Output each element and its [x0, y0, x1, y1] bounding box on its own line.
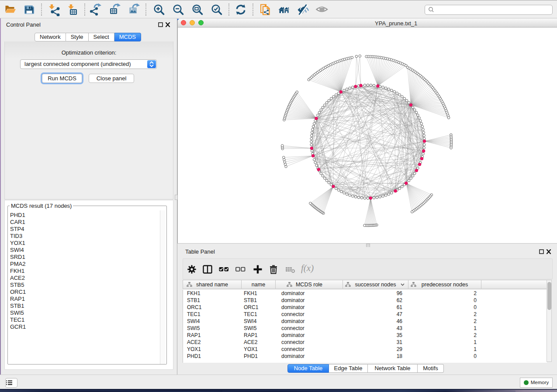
svg-text:f(x): f(x) — [301, 263, 314, 273]
